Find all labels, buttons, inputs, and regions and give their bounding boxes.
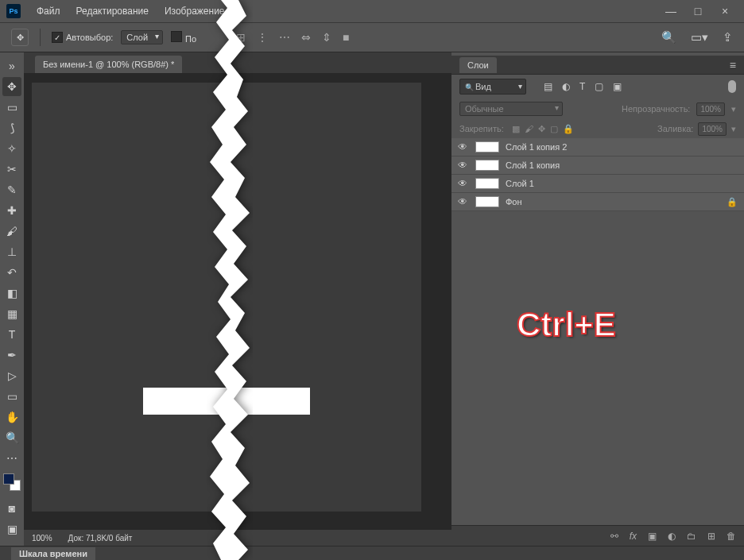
healing-brush-tool[interactable]: ✚ <box>2 201 21 220</box>
app-logo: Ps <box>6 4 21 18</box>
delete-layer-icon[interactable]: 🗑 <box>727 531 736 542</box>
lock-image-icon[interactable]: 🖌 <box>525 124 533 134</box>
doc-info[interactable]: Док: 71,8K/0 байт <box>68 534 133 543</box>
move-tool[interactable]: ✥ <box>2 77 21 96</box>
fill-value[interactable]: 100% <box>698 122 727 136</box>
auto-select-dropdown[interactable]: Слой <box>121 30 163 44</box>
magic-wand-tool[interactable]: ✧ <box>2 139 21 158</box>
opacity-label: Непрозрачность: <box>622 104 690 114</box>
screen-mode-tool[interactable]: ▣ <box>2 519 21 539</box>
layer-name[interactable]: Слой 1 копия 2 <box>506 142 567 152</box>
status-bar: 100% Док: 71,8K/0 байт <box>24 530 451 546</box>
menu-file[interactable]: Файл <box>29 6 68 17</box>
layer-thumbnail[interactable] <box>475 160 499 171</box>
distribute-icon[interactable]: ⇕ <box>322 31 331 44</box>
layer-thumbnail[interactable] <box>475 178 499 189</box>
canvas-viewport[interactable] <box>24 73 451 530</box>
shape-tool[interactable]: ▭ <box>2 387 21 406</box>
expand-tools-icon[interactable]: » <box>2 56 21 75</box>
foreground-color-swatch[interactable] <box>3 473 14 485</box>
menu-image[interactable]: Изображение <box>157 6 233 17</box>
layer-row[interactable]: 👁 Фон 🔒 <box>451 193 744 211</box>
show-transform-checkbox[interactable]: По <box>171 31 196 44</box>
timeline-tab[interactable]: Шкала времени <box>11 547 95 560</box>
auto-select-checkbox[interactable]: ✓Автовыбор: <box>52 32 113 43</box>
edit-toolbar[interactable]: ⋯ <box>2 449 21 468</box>
lock-transparent-icon[interactable]: ▩ <box>512 124 520 134</box>
filter-pixel-icon[interactable]: ▤ <box>544 81 552 92</box>
align-icon[interactable]: ⊞ <box>236 31 246 44</box>
canvas[interactable] <box>32 83 421 512</box>
filter-adjust-icon[interactable]: ◐ <box>562 81 570 92</box>
share-icon[interactable]: ⇪ <box>723 30 733 44</box>
type-tool[interactable]: T <box>2 325 21 344</box>
lock-all-icon[interactable]: 🔒 <box>563 124 574 134</box>
fill-arrow-icon[interactable]: ▾ <box>731 124 736 134</box>
document-tab[interactable]: Без имени-1 @ 100% (RGB/8#) * <box>35 56 182 73</box>
layer-name[interactable]: Фон <box>506 197 522 207</box>
new-layer-icon[interactable]: ⊞ <box>707 531 715 542</box>
layer-row[interactable]: 👁 Слой 1 копия 2 <box>451 138 744 156</box>
layer-list: 👁 Слой 1 копия 2 👁 Слой 1 копия 👁 Слой 1… <box>451 138 744 211</box>
layer-mask-icon[interactable]: ▣ <box>648 531 657 542</box>
layer-row[interactable]: 👁 Слой 1 <box>451 175 744 193</box>
opacity-value[interactable]: 100% <box>696 102 725 116</box>
search-icon[interactable]: 🔍 <box>661 30 676 44</box>
right-panels: Слои ≡ Вид ▤ ◐ T ▢ ▣ Обычные Непрозрачно… <box>451 52 744 546</box>
filter-smart-icon[interactable]: ▣ <box>613 81 622 92</box>
layer-name[interactable]: Слой 1 <box>506 179 534 188</box>
history-brush-tool[interactable]: ↶ <box>2 263 21 282</box>
panel-menu-icon[interactable]: ≡ <box>730 59 736 71</box>
brush-tool[interactable]: 🖌 <box>2 222 21 241</box>
gradient-tool[interactable]: ▦ <box>2 304 21 323</box>
layer-name[interactable]: Слой 1 копия <box>506 160 560 170</box>
layers-panel-tab[interactable]: Слои <box>459 57 497 73</box>
zoom-tool[interactable]: 🔍 <box>2 428 21 447</box>
color-swatches[interactable] <box>3 473 21 491</box>
eraser-tool[interactable]: ◧ <box>2 284 21 303</box>
filter-shape-icon[interactable]: ▢ <box>595 81 603 92</box>
maximize-button[interactable]: □ <box>692 5 704 17</box>
layer-group-icon[interactable]: 🗀 <box>687 531 696 542</box>
minimize-button[interactable]: — <box>665 5 677 17</box>
clone-stamp-tool[interactable]: ⊥ <box>2 242 21 261</box>
marquee-tool[interactable]: ▭ <box>2 98 21 117</box>
lock-icon[interactable]: 🔒 <box>727 197 738 207</box>
visibility-icon[interactable]: 👁 <box>458 141 469 153</box>
blend-mode-dropdown[interactable]: Обычные <box>459 102 563 116</box>
layer-style-icon[interactable]: fx <box>630 531 637 542</box>
eyedropper-tool[interactable]: ✎ <box>2 180 21 199</box>
distribute-icon[interactable]: ⇔ <box>301 31 311 44</box>
crop-tool[interactable]: ✂ <box>2 160 21 179</box>
layers-panel-footer: ⚯ fx ▣ ◐ 🗀 ⊞ 🗑 <box>451 525 744 546</box>
layer-row[interactable]: 👁 Слой 1 копия <box>451 156 744 175</box>
align-icons-group: ⊞ ⋮ ⋯ ⇔ ⇕ ■ <box>236 31 349 44</box>
lock-artboard-icon[interactable]: ▢ <box>550 124 558 134</box>
pen-tool[interactable]: ✒ <box>2 346 21 365</box>
filter-toggle[interactable] <box>728 80 736 93</box>
layer-thumbnail[interactable] <box>475 196 499 207</box>
zoom-level[interactable]: 100% <box>32 534 52 543</box>
hand-tool[interactable]: ✋ <box>2 407 21 427</box>
align-icon[interactable]: ⋯ <box>279 31 290 44</box>
lock-position-icon[interactable]: ✥ <box>538 124 545 134</box>
filter-type-icon[interactable]: T <box>579 81 585 92</box>
layer-filter-dropdown[interactable]: Вид <box>459 79 526 95</box>
lasso-tool[interactable]: ⟆ <box>2 118 21 137</box>
layer-thumbnail[interactable] <box>475 141 499 153</box>
move-tool-preset[interactable]: ✥ <box>11 29 29 46</box>
path-select-tool[interactable]: ▷ <box>2 366 21 385</box>
menu-edit[interactable]: Редактирование <box>68 6 157 17</box>
close-button[interactable]: × <box>719 5 731 17</box>
workspace-icon[interactable]: ▭▾ <box>691 30 708 44</box>
quick-mask-tool[interactable]: ◙ <box>2 499 21 518</box>
options-bar: ✥ ✓Автовыбор: Слой По ⊞ ⋮ ⋯ ⇔ ⇕ ■ 🔍 ▭▾ ⇪ <box>0 22 744 52</box>
visibility-icon[interactable]: 👁 <box>458 160 469 171</box>
visibility-icon[interactable]: 👁 <box>458 178 469 189</box>
mode-3d-icon[interactable]: ■ <box>343 31 349 44</box>
align-icon[interactable]: ⋮ <box>257 31 268 44</box>
adjustment-layer-icon[interactable]: ◐ <box>668 531 676 542</box>
link-layers-icon[interactable]: ⚯ <box>610 531 618 542</box>
visibility-icon[interactable]: 👁 <box>458 196 469 207</box>
opacity-arrow-icon[interactable]: ▾ <box>731 104 736 114</box>
